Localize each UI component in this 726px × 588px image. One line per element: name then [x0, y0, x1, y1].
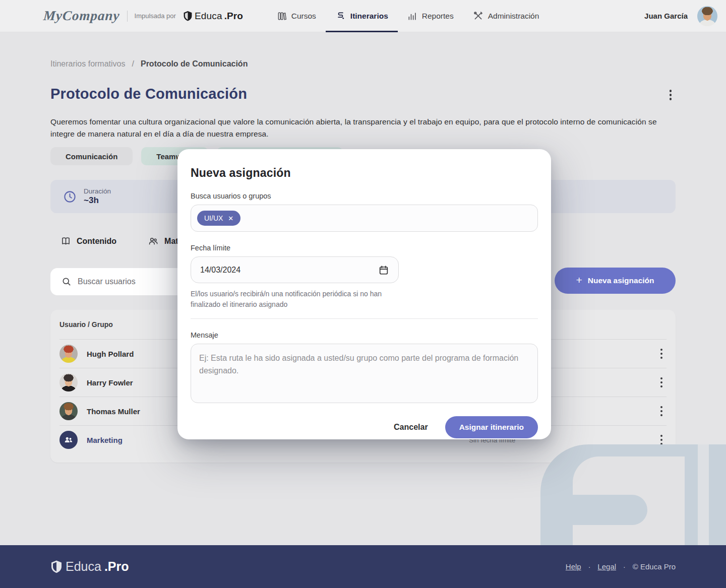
deadline-date-field[interactable]: 14/03/2024: [191, 256, 399, 283]
footer: Educa.Pro Help · Legal · © Educa Pro: [0, 545, 726, 588]
bar-chart-icon: [407, 11, 417, 21]
search-users-groups-label: Busca usuarios o grupos: [191, 192, 538, 200]
shield-icon: [50, 560, 63, 573]
company-logo: MyCompany: [43, 8, 120, 24]
user-name-cell: Thomas Muller: [87, 407, 140, 416]
nav-item-cursos[interactable]: Cursos: [267, 0, 326, 32]
tag-comunicacion: Comunicación: [50, 147, 133, 165]
selected-chip: UI/UX ✕: [197, 211, 240, 226]
group-icon: [63, 434, 74, 445]
title-row: Protocolo de Comunicación: [50, 86, 676, 104]
shield-icon: [183, 11, 193, 21]
plus-icon: +: [576, 274, 582, 286]
new-assignment-label: Nueva asignación: [588, 276, 654, 285]
clock-icon: [63, 190, 77, 204]
group-avatar: [59, 431, 78, 449]
message-textarea[interactable]: [191, 344, 538, 403]
row-menu-button[interactable]: [656, 373, 667, 392]
modal-divider: [191, 318, 538, 319]
brand-name: Educa: [195, 11, 222, 22]
separator-dot: ·: [588, 563, 591, 571]
footer-brand-name: Educa: [66, 559, 101, 574]
library-icon: [277, 11, 287, 21]
page-title: Protocolo de Comunicación: [50, 86, 247, 102]
separator-dot: ·: [623, 563, 626, 571]
message-label: Mensaje: [191, 331, 538, 339]
assign-itinerary-button[interactable]: Asignar itinerario: [445, 416, 538, 438]
footer-brand-suffix: .Pro: [104, 559, 129, 574]
duration-text: Duración ~3h: [84, 187, 111, 206]
powered-by-label: Impulsada por: [135, 12, 176, 20]
copyright: © Educa Pro: [633, 562, 676, 571]
book-open-icon: [60, 236, 71, 246]
calendar-icon: [378, 265, 389, 276]
watermark-column: [698, 444, 709, 545]
page-description: Queremos fomentar una cultura organizaci…: [50, 116, 676, 140]
chip-label: UI/UX: [204, 214, 223, 222]
footer-logo: Educa.Pro: [50, 559, 129, 574]
breadcrumb-separator: /: [132, 59, 134, 69]
footer-links: Help · Legal · © Educa Pro: [566, 562, 676, 571]
top-navbar: MyCompany Impulsada por Educa.Pro Cursos: [0, 0, 726, 32]
nav-label: Administración: [488, 12, 539, 21]
deadline-label: Fecha límite: [191, 244, 538, 252]
row-menu-button[interactable]: [656, 402, 667, 421]
app-window: MyCompany Impulsada por Educa.Pro Cursos: [0, 0, 726, 588]
user-name-cell: Harry Fowler: [87, 378, 133, 387]
row-menu-button[interactable]: [656, 345, 667, 363]
avatar: [59, 373, 78, 391]
educa-pro-logo: Educa.Pro: [183, 11, 243, 22]
chip-remove-icon[interactable]: ✕: [228, 215, 233, 222]
deadline-value: 14/03/2024: [200, 266, 240, 275]
divider: [127, 11, 128, 22]
nav-label: Itinerarios: [350, 12, 388, 21]
nav-label: Cursos: [291, 12, 316, 21]
avatar: [59, 345, 78, 363]
tools-icon: [473, 11, 483, 21]
modal-title: Nueva asignación: [191, 166, 538, 180]
help-link[interactable]: Help: [566, 562, 581, 571]
brand-area: MyCompany Impulsada por Educa.Pro: [43, 8, 243, 24]
legal-link[interactable]: Legal: [597, 562, 616, 571]
cancel-button[interactable]: Cancelar: [394, 423, 428, 432]
new-assignment-modal: Nueva asignación Busca usuarios o grupos…: [177, 149, 551, 439]
people-icon: [148, 236, 159, 246]
breadcrumb: Itinerarios formativos / Protocolo de Co…: [50, 59, 248, 69]
main-nav: Cursos Itinerarios Reportes: [267, 0, 549, 32]
educa-watermark: [540, 444, 726, 545]
nav-item-administracion[interactable]: Administración: [463, 0, 549, 32]
breadcrumb-current: Protocolo de Comunicación: [141, 59, 248, 69]
column-header-user: Usuario / Grupo: [59, 320, 113, 329]
group-name-cell: Marketing: [87, 436, 123, 444]
duration-value: ~3h: [84, 195, 111, 206]
brand-suffix: .Pro: [224, 11, 243, 22]
avatar: [59, 402, 78, 420]
user-menu[interactable]: Juan García: [644, 6, 717, 26]
nav-item-reportes[interactable]: Reportes: [398, 0, 463, 32]
search-icon: [62, 277, 72, 287]
route-icon: [335, 11, 346, 21]
nav-label: Reportes: [422, 12, 454, 21]
user-name: Juan García: [644, 12, 688, 20]
watermark-notch: [573, 495, 647, 525]
tab-contenido[interactable]: Contenido: [60, 236, 116, 246]
duration-label: Duración: [84, 187, 111, 195]
modal-actions: Cancelar Asignar itinerario: [191, 416, 538, 438]
page-menu-button[interactable]: [666, 86, 676, 104]
new-assignment-button[interactable]: + Nueva asignación: [555, 268, 676, 294]
deadline-helper-text: El/los usuario/s recibirá/n una notifica…: [191, 289, 407, 310]
breadcrumb-parent[interactable]: Itinerarios formativos: [50, 59, 126, 69]
nav-item-itinerarios[interactable]: Itinerarios: [326, 0, 398, 32]
user-avatar[interactable]: [697, 6, 717, 26]
user-name-cell: Hugh Pollard: [87, 350, 134, 358]
users-groups-field[interactable]: UI/UX ✕: [191, 205, 538, 232]
tab-label: Contenido: [77, 237, 116, 246]
